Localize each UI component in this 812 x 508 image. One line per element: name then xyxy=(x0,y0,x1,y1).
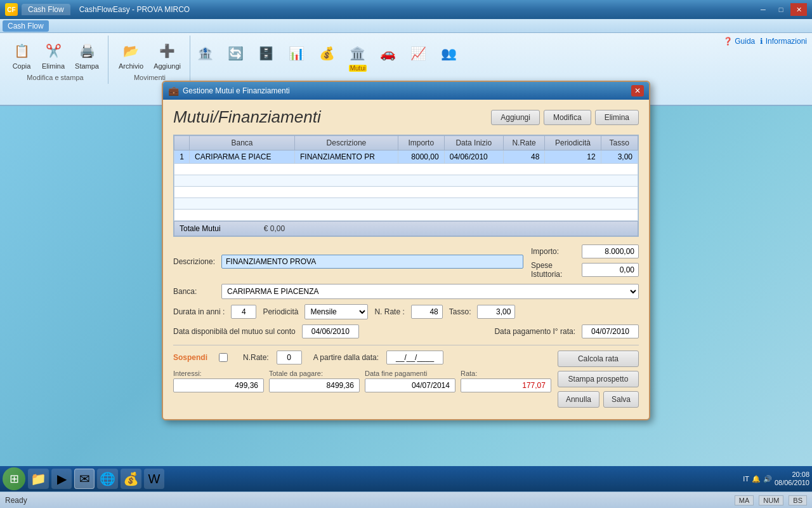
media-icon: ▶ xyxy=(57,471,67,486)
menu-cash-flow[interactable]: Cash Flow xyxy=(3,20,49,32)
title-bar: CF Cash Flow CashFlowEasy - PROVA MIRCO … xyxy=(0,0,812,19)
archivio-button[interactable]: 📂 Archivio xyxy=(115,38,147,72)
a-partire-input[interactable] xyxy=(386,351,443,364)
maximize-button[interactable]: □ xyxy=(773,3,789,16)
periodicita-select[interactable]: Mensile Trimestrale Semestrale Annuale xyxy=(304,304,368,319)
status-bs: BS xyxy=(789,495,807,505)
descrizione-input[interactable] xyxy=(221,255,523,269)
col-banca: Banca xyxy=(190,136,295,150)
data-pagamento-input[interactable] xyxy=(582,324,639,338)
mail-icon: ✉ xyxy=(79,471,90,486)
aggiungi-action-button[interactable]: Aggiungi xyxy=(491,110,540,125)
tb-icon6[interactable]: 🏛️Mutui xyxy=(344,41,372,74)
elimina-button[interactable]: ✂️ Elimina xyxy=(38,38,69,72)
table-row-empty5 xyxy=(174,210,638,221)
results-row: Interessi: 499,36 Totale da pagare: 8499… xyxy=(173,370,551,392)
row-n-rate: 48 xyxy=(503,150,545,164)
spese-input[interactable] xyxy=(582,263,639,277)
tab-label: Cash Flow xyxy=(28,5,64,14)
annulla-salva-row: Annulla Salva xyxy=(558,391,639,408)
col-num xyxy=(174,136,190,150)
taskbar: ⊞ 📁 ▶ ✉ 🌐 💰 W IT 🔔 🔊 20:08 08/06/2010 xyxy=(0,466,812,491)
close-button[interactable]: ✕ xyxy=(790,3,807,16)
calcola-rata-button[interactable]: Calcola rata xyxy=(558,351,639,367)
stampa-button[interactable]: 🖨️ Stampa xyxy=(71,38,103,72)
aggiungi-button[interactable]: ➕ Aggiungi xyxy=(150,38,185,72)
app-logo: CF xyxy=(5,3,18,16)
taskbar-mail[interactable]: ✉ xyxy=(74,469,95,489)
gestione-mutui-dialog: 💼 Gestione Mutui e Finanziamenti ✕ Mutui… xyxy=(162,81,650,420)
window-title: CashFlowEasy - PROVA MIRCO xyxy=(79,5,190,14)
tb-icon5[interactable]: 💰 xyxy=(313,41,341,74)
dialog-title-text: Gestione Mutui e Finanziamenti xyxy=(183,86,290,95)
importo-input[interactable] xyxy=(582,244,639,258)
data-disponibile-label: Data disponibilà del mutuo sul conto xyxy=(173,327,296,336)
tasso-label: Tasso: xyxy=(449,307,471,316)
finance-icon: 💰 xyxy=(123,471,139,486)
stampa-prospetto-button[interactable]: Stampa prospetto xyxy=(558,371,639,387)
move-group-label: Movimenti xyxy=(134,74,166,81)
totale-mutui-value: € 0,00 xyxy=(264,224,285,233)
tb-icon1[interactable]: 🏦 xyxy=(192,41,219,74)
toolbar-group-edit: 📋 Copia ✂️ Elimina 🖨️ Stampa Modifica e … xyxy=(3,36,108,84)
keyboard-indicator: IT xyxy=(743,475,749,483)
n-rate-label2: N.Rate: xyxy=(243,353,269,362)
main-area: 💼 Gestione Mutui e Finanziamenti ✕ Mutui… xyxy=(0,87,812,466)
sospendi-row: Sospendi N.Rate: A partire dalla data: xyxy=(173,351,551,364)
dialog-header: Mutui/Finanziamenti Aggiungi Modifica El… xyxy=(173,107,639,127)
form-row4: Data disponibilà del mutuo sul conto Dat… xyxy=(173,324,639,338)
data-fine-label: Data fine pagamenti xyxy=(365,370,455,377)
data-pagamento-label: Data pagamento I° rata: xyxy=(494,327,575,336)
elimina-action-button[interactable]: Elimina xyxy=(595,110,639,125)
start-button[interactable]: ⊞ xyxy=(3,467,25,490)
taskbar-clock: 20:08 08/06/2010 xyxy=(775,471,809,487)
n-rate-input[interactable] xyxy=(411,305,443,319)
side-buttons: Calcola rata Stampa prospetto Annulla Sa… xyxy=(558,351,639,408)
taskbar-explorer[interactable]: 📁 xyxy=(28,469,49,489)
app-tab[interactable]: Cash Flow xyxy=(22,4,70,15)
copia-label: Copia xyxy=(13,62,31,70)
salva-button[interactable]: Salva xyxy=(603,391,639,408)
descrizione-label: Descrizione: xyxy=(173,257,218,266)
browser-icon: 🌐 xyxy=(100,471,115,486)
taskbar-media[interactable]: ▶ xyxy=(51,469,72,489)
taskbar-word[interactable]: W xyxy=(144,469,164,489)
row-tasso: 3,00 xyxy=(601,150,638,164)
guida-link[interactable]: ❓ Guida xyxy=(723,37,755,46)
sospendi-checkbox[interactable] xyxy=(219,353,228,362)
copia-button[interactable]: 📋 Copia xyxy=(8,38,36,72)
col-data-inizio: Data Inizio xyxy=(444,136,503,150)
dialog-close-button[interactable]: ✕ xyxy=(631,85,644,97)
durata-label: Durata in anni : xyxy=(173,307,225,316)
row-num: 1 xyxy=(174,150,190,164)
tb-icon4[interactable]: 📊 xyxy=(283,41,311,74)
tb-icon2[interactable]: 🔄 xyxy=(222,41,250,74)
status-ready: Ready xyxy=(5,496,27,505)
tb-icon7[interactable]: 🚗 xyxy=(374,41,402,74)
taskbar-finance[interactable]: 💰 xyxy=(121,469,141,489)
annulla-button[interactable]: Annulla xyxy=(558,391,599,408)
row-importo: 8000,00 xyxy=(398,150,444,164)
form-row2: Banca: CARIPARMA E PIACENZA xyxy=(173,284,639,299)
banca-select[interactable]: CARIPARMA E PIACENZA xyxy=(221,284,639,299)
stampa-label: Stampa xyxy=(75,62,99,70)
total-row: Totale Mutui € 0,00 xyxy=(174,221,638,236)
rata-label: Rata: xyxy=(461,370,551,377)
interessi-group: Interessi: 499,36 xyxy=(173,370,264,392)
n-rate2-input[interactable] xyxy=(277,351,302,364)
tb-icon8[interactable]: 📈 xyxy=(405,41,433,74)
spese-label: SpeseIstuttoria: xyxy=(531,261,562,279)
durata-input[interactable] xyxy=(231,305,256,319)
tb-icon3[interactable]: 🗄️ xyxy=(252,41,280,74)
n-rate-label: N. Rate : xyxy=(374,307,404,316)
tasso-input[interactable] xyxy=(477,305,515,319)
data-disponibile-input[interactable] xyxy=(302,324,359,338)
tb-icon9[interactable]: 👥 xyxy=(435,41,463,74)
interessi-label: Interessi: xyxy=(173,370,264,377)
minimize-button[interactable]: ─ xyxy=(755,3,771,16)
informazioni-link[interactable]: ℹ Informazioni xyxy=(760,37,807,46)
table-row[interactable]: 1 CARIPARMA E PIACE FINANZIAMENTO PR 800… xyxy=(174,150,638,164)
modifica-action-button[interactable]: Modifica xyxy=(544,110,591,125)
descrizione-field-group: Descrizione: xyxy=(173,244,523,279)
taskbar-browser[interactable]: 🌐 xyxy=(97,469,118,489)
